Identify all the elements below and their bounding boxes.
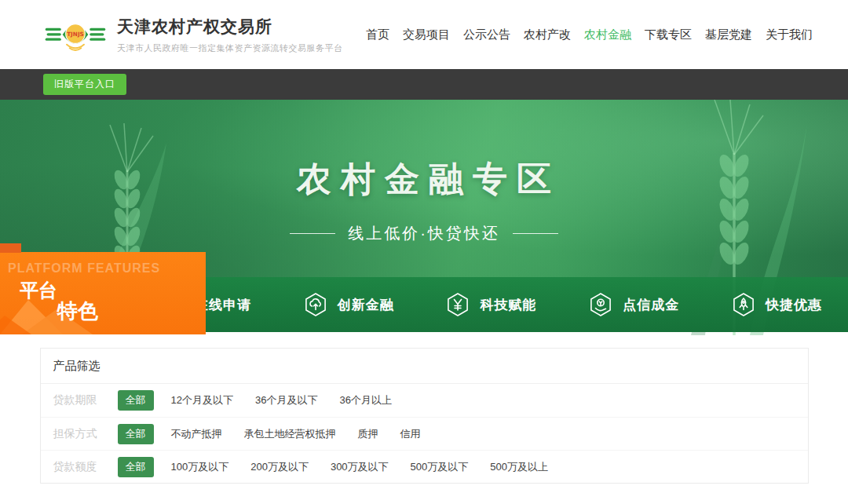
filter-title: 产品筛选 bbox=[41, 349, 808, 384]
quick-discount-icon bbox=[731, 292, 756, 317]
filter-option[interactable]: 信用 bbox=[400, 427, 421, 441]
feature-quick-discount[interactable]: 快捷优惠 bbox=[705, 277, 848, 332]
all-button[interactable]: 全部 bbox=[118, 390, 154, 411]
filter-row-loan-amount: 贷款额度 全部 100万及以下 200万及以下 300万及以下 500万及以下 … bbox=[41, 450, 808, 483]
filter-option[interactable]: 36个月以上 bbox=[339, 393, 391, 407]
site-logo[interactable]: TJNJS 天津农村产权交易所 天津市人民政府唯一指定集体资产资源流转交易服务平… bbox=[43, 7, 343, 62]
site-header: TJNJS 天津农村产权交易所 天津市人民政府唯一指定集体资产资源流转交易服务平… bbox=[0, 0, 848, 69]
site-title: 天津农村产权交易所 bbox=[117, 16, 343, 38]
filter-options: 12个月及以下 36个月及以下 36个月以上 bbox=[171, 393, 392, 407]
platform-features-title-1: 平台 bbox=[20, 278, 57, 303]
nav-item-about[interactable]: 关于我们 bbox=[766, 27, 813, 42]
filter-label: 担保方式 bbox=[53, 427, 108, 441]
main-content: 产品筛选 贷款期限 全部 12个月及以下 36个月及以下 36个月以上 担保方式… bbox=[0, 348, 848, 504]
filter-options: 100万及以下 200万及以下 300万及以下 500万及以下 500万及以上 bbox=[171, 460, 549, 474]
filter-option[interactable]: 300万及以下 bbox=[331, 460, 389, 474]
feature-label: 快捷优惠 bbox=[766, 296, 822, 314]
old-platform-entry-button[interactable]: 旧版平台入口 bbox=[43, 74, 126, 95]
innovation-finance-icon bbox=[303, 292, 328, 317]
feature-bar: 在线申请 创新金融 科技赋能 点信成金 bbox=[134, 277, 848, 332]
filter-option[interactable]: 12个月及以下 bbox=[171, 393, 233, 407]
filter-row-loan-term: 贷款期限 全部 12个月及以下 36个月及以下 36个月以上 bbox=[41, 384, 808, 417]
feature-label: 科技赋能 bbox=[480, 296, 536, 314]
product-filter-card: 产品筛选 贷款期限 全部 12个月及以下 36个月及以下 36个月以上 担保方式… bbox=[40, 348, 809, 484]
filter-option[interactable]: 500万及以上 bbox=[490, 460, 548, 474]
orange-corner-accent bbox=[0, 243, 21, 253]
filter-option[interactable]: 500万及以下 bbox=[411, 460, 469, 474]
brand-badge-text: TJNJS bbox=[67, 31, 84, 38]
nav-item-party-building[interactable]: 基层党建 bbox=[705, 27, 752, 42]
filter-label: 贷款期限 bbox=[53, 393, 108, 407]
secondary-toolbar: 旧版平台入口 bbox=[0, 69, 848, 100]
nav-item-notices[interactable]: 公示公告 bbox=[463, 27, 510, 42]
site-subtitle: 天津市人民政府唯一指定集体资产资源流转交易服务平台 bbox=[117, 42, 343, 54]
hero-copy: 农村金融专区 线上低价·快贷快还 bbox=[0, 156, 848, 244]
nav-item-downloads[interactable]: 下载专区 bbox=[645, 27, 692, 42]
tech-empower-icon bbox=[445, 292, 470, 317]
subtitle-left-rule bbox=[290, 233, 335, 234]
nav-item-rural-finance[interactable]: 农村金融 bbox=[584, 27, 631, 42]
filter-option[interactable]: 100万及以下 bbox=[171, 460, 229, 474]
nav-item-projects[interactable]: 交易项目 bbox=[403, 27, 450, 42]
nav-item-home[interactable]: 首页 bbox=[366, 27, 389, 42]
main-nav: 首页 交易项目 公示公告 农村产改 农村金融 下载专区 基层党建 关于我们 bbox=[366, 27, 813, 42]
filter-label: 贷款额度 bbox=[53, 460, 108, 474]
all-button[interactable]: 全部 bbox=[118, 424, 154, 444]
filter-row-guarantee-type: 担保方式 全部 不动产抵押 承包土地经营权抵押 质押 信用 bbox=[41, 417, 808, 450]
all-button[interactable]: 全部 bbox=[118, 457, 154, 477]
nav-item-rural-reform[interactable]: 农村产改 bbox=[524, 27, 571, 42]
filter-option[interactable]: 不动产抵押 bbox=[171, 427, 222, 441]
feature-label: 点信成金 bbox=[623, 296, 679, 314]
brand-text: 天津农村产权交易所 天津市人民政府唯一指定集体资产资源流转交易服务平台 bbox=[117, 16, 343, 54]
hero-title: 农村金融专区 bbox=[0, 156, 848, 203]
feature-innovation-finance[interactable]: 创新金融 bbox=[277, 277, 420, 332]
hero-banner: 农村金融专区 线上低价·快贷快还 在线申请 创新金融 bbox=[0, 100, 848, 332]
feature-label: 创新金融 bbox=[338, 296, 394, 314]
filter-option[interactable]: 200万及以下 bbox=[250, 460, 309, 474]
hero-subtitle-row: 线上低价·快贷快还 bbox=[0, 223, 848, 244]
filter-option[interactable]: 承包土地经营权抵押 bbox=[244, 427, 336, 441]
credit-gold-icon bbox=[588, 292, 613, 317]
brand-emblem-icon: TJNJS bbox=[43, 7, 108, 62]
feature-tech-empower[interactable]: 科技赋能 bbox=[420, 277, 563, 332]
platform-features-title-2: 特色 bbox=[57, 298, 98, 325]
filter-option[interactable]: 质押 bbox=[358, 427, 378, 441]
feature-credit-gold[interactable]: 点信成金 bbox=[562, 277, 705, 332]
platform-features-block: PLATFORM FEATURES 平台 特色 bbox=[0, 252, 206, 334]
filter-options: 不动产抵押 承包土地经营权抵押 质押 信用 bbox=[171, 427, 421, 441]
hero-subtitle: 线上低价·快贷快还 bbox=[348, 223, 500, 244]
subtitle-right-rule bbox=[513, 233, 558, 234]
filter-option[interactable]: 36个月及以下 bbox=[255, 393, 317, 407]
platform-features-eyebrow: PLATFORM FEATURES bbox=[8, 261, 160, 276]
